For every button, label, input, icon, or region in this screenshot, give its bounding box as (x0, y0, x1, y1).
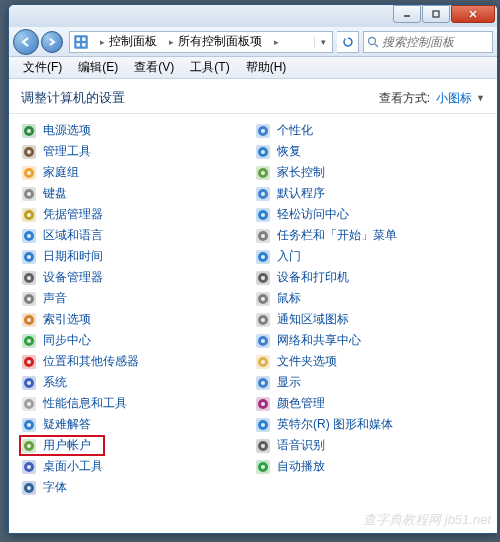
svg-point-22 (27, 192, 31, 196)
refresh-button[interactable] (337, 31, 359, 53)
start-icon (255, 249, 271, 265)
cp-item-user[interactable]: 用户帐户 (19, 435, 105, 456)
svg-point-37 (27, 297, 31, 301)
view-value-link[interactable]: 小图标 (436, 90, 472, 107)
breadcrumb-item[interactable]: ▸控制面板 (92, 32, 161, 52)
gadget-icon (21, 459, 37, 475)
cp-item-autoplay[interactable]: 自动播放 (253, 456, 487, 477)
cp-item-start[interactable]: 入门 (253, 246, 487, 267)
view-options: 查看方式: 小图标 ▼ (379, 90, 485, 107)
breadcrumb-tail[interactable]: ▸ (266, 32, 287, 52)
chevron-right-icon: ▸ (96, 37, 109, 47)
search-input[interactable] (382, 35, 482, 49)
cp-item-label: 字体 (43, 479, 67, 496)
search-box[interactable] (363, 31, 493, 53)
cp-item-personal[interactable]: 个性化 (253, 120, 487, 141)
menu-help[interactable]: 帮助(H) (238, 59, 295, 76)
svg-point-25 (27, 213, 31, 217)
svg-point-106 (261, 402, 265, 406)
cp-item-label: 默认程序 (277, 185, 325, 202)
cp-item-intel[interactable]: 英特尔(R) 图形和媒体 (253, 414, 487, 435)
cp-item-label: 通知区域图标 (277, 311, 349, 328)
svg-point-109 (261, 423, 265, 427)
window-controls (392, 5, 495, 23)
chevron-right-icon: ▸ (165, 37, 178, 47)
menu-view[interactable]: 查看(V) (126, 59, 182, 76)
cp-item-speech[interactable]: 语音识别 (253, 435, 487, 456)
svg-point-55 (27, 423, 31, 427)
svg-point-112 (261, 444, 265, 448)
ease-icon (255, 207, 271, 223)
minimize-button[interactable] (393, 5, 421, 23)
svg-point-9 (369, 37, 376, 44)
crumb-label: 控制面板 (109, 33, 157, 50)
cp-item-label: 设备管理器 (43, 269, 103, 286)
svg-point-82 (261, 234, 265, 238)
printer-icon (255, 270, 271, 286)
cp-item-tray[interactable]: 通知区域图标 (253, 309, 487, 330)
svg-point-34 (27, 276, 31, 280)
cp-item-system[interactable]: 系统 (19, 372, 253, 393)
personal-icon (255, 123, 271, 139)
cp-item-globe[interactable]: 区域和语言 (19, 225, 253, 246)
cp-item-perf[interactable]: 性能信息和工具 (19, 393, 253, 414)
address-dropdown[interactable]: ▾ (314, 37, 332, 47)
cp-item-label: 设备和打印机 (277, 269, 349, 286)
cp-item-font[interactable]: 字体 (19, 477, 253, 498)
svg-rect-1 (433, 11, 439, 17)
cp-item-tools[interactable]: 管理工具 (19, 141, 253, 162)
device-icon (21, 270, 37, 286)
cp-item-home[interactable]: 家庭组 (19, 162, 253, 183)
svg-rect-6 (82, 37, 85, 40)
cp-item-keyboard[interactable]: 键盘 (19, 183, 253, 204)
cp-item-power[interactable]: 电源选项 (19, 120, 253, 141)
svg-point-76 (261, 192, 265, 196)
cp-item-parental[interactable]: 家长控制 (253, 162, 487, 183)
svg-point-46 (27, 360, 31, 364)
cp-item-default[interactable]: 默认程序 (253, 183, 487, 204)
address-bar[interactable]: ▸控制面板 ▸所有控制面板项 ▸ ▾ (69, 31, 333, 53)
svg-point-97 (261, 339, 265, 343)
svg-point-49 (27, 381, 31, 385)
cp-item-label: 自动播放 (277, 458, 325, 475)
mouse-icon (255, 291, 271, 307)
chevron-down-icon[interactable]: ▼ (476, 93, 485, 103)
svg-point-28 (27, 234, 31, 238)
cp-item-folder[interactable]: 文件夹选项 (253, 351, 487, 372)
cp-item-index[interactable]: 索引选项 (19, 309, 253, 330)
maximize-button[interactable] (422, 5, 450, 23)
svg-point-79 (261, 213, 265, 217)
menu-tools[interactable]: 工具(T) (182, 59, 237, 76)
sync-icon (21, 333, 37, 349)
autoplay-icon (255, 459, 271, 475)
cp-item-recovery[interactable]: 恢复 (253, 141, 487, 162)
cp-item-display[interactable]: 显示 (253, 372, 487, 393)
cp-item-trouble[interactable]: 疑难解答 (19, 414, 253, 435)
menu-file[interactable]: 文件(F) (15, 59, 70, 76)
cp-item-printer[interactable]: 设备和打印机 (253, 267, 487, 288)
cp-item-clock[interactable]: 日期和时间 (19, 246, 253, 267)
cp-item-sensor[interactable]: 位置和其他传感器 (19, 351, 253, 372)
titlebar (9, 5, 497, 27)
svg-line-10 (375, 44, 378, 47)
cp-item-network[interactable]: 网络和共享中心 (253, 330, 487, 351)
close-button[interactable] (451, 5, 495, 23)
control-panel-window: ▸控制面板 ▸所有控制面板项 ▸ ▾ 文件(F) 编辑(E) 查看(V) 工具(… (8, 4, 498, 534)
cp-item-mouse[interactable]: 鼠标 (253, 288, 487, 309)
cp-item-color[interactable]: 颜色管理 (253, 393, 487, 414)
folder-icon (255, 354, 271, 370)
cp-item-cred[interactable]: 凭据管理器 (19, 204, 253, 225)
cp-item-sound[interactable]: 声音 (19, 288, 253, 309)
forward-button[interactable] (41, 31, 63, 53)
back-button[interactable] (13, 29, 39, 55)
cp-item-ease[interactable]: 轻松访问中心 (253, 204, 487, 225)
svg-point-85 (261, 255, 265, 259)
cp-item-label: 显示 (277, 374, 301, 391)
cp-item-sync[interactable]: 同步中心 (19, 330, 253, 351)
cp-item-device[interactable]: 设备管理器 (19, 267, 253, 288)
menu-edit[interactable]: 编辑(E) (70, 59, 126, 76)
breadcrumb-item[interactable]: ▸所有控制面板项 (161, 32, 266, 52)
items-panel: 电源选项管理工具家庭组键盘凭据管理器区域和语言日期和时间设备管理器声音索引选项同… (9, 114, 497, 542)
cp-item-taskbar[interactable]: 任务栏和「开始」菜单 (253, 225, 487, 246)
cp-item-gadget[interactable]: 桌面小工具 (19, 456, 253, 477)
